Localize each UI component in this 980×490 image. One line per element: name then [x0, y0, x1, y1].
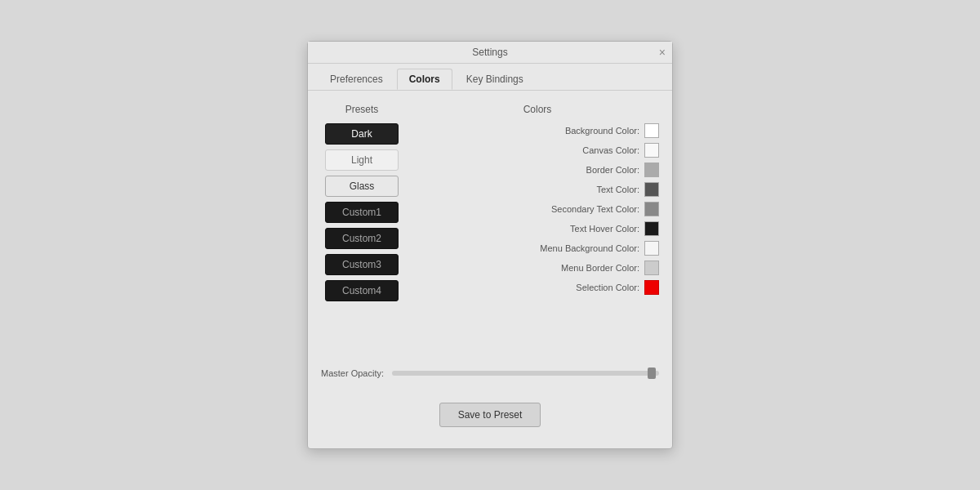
opacity-slider-track[interactable] — [392, 371, 659, 376]
color-swatch-background[interactable] — [644, 123, 659, 138]
color-row-selection: Selection Color: — [416, 280, 659, 295]
color-row-secondary-text: Secondary Text Color: — [416, 202, 659, 216]
color-row-menu-background: Menu Background Color: — [416, 241, 659, 256]
color-swatch-selection[interactable] — [644, 280, 659, 295]
presets-column: Presets Dark Light Glass Custom1 Custom2… — [321, 104, 403, 349]
preset-light[interactable]: Light — [325, 149, 399, 171]
opacity-row: Master Opacity: — [321, 368, 659, 378]
save-button-row: Save to Preset — [321, 403, 659, 435]
color-row-background: Background Color: — [416, 123, 659, 138]
color-swatch-menu-border[interactable] — [644, 261, 659, 275]
colors-column: Colors Background Color: Canvas Color: B… — [416, 104, 659, 349]
color-swatch-text-hover[interactable] — [644, 221, 659, 236]
color-row-text-hover: Text Hover Color: — [416, 221, 659, 236]
color-label-selection: Selection Color: — [576, 283, 639, 292]
preset-custom4[interactable]: Custom4 — [325, 280, 399, 301]
tabs-bar: Preferences Colors Key Bindings — [308, 64, 672, 91]
color-label-canvas: Canvas Color: — [582, 145, 639, 155]
dialog-title: Settings — [472, 47, 507, 58]
preset-dark[interactable]: Dark — [325, 123, 399, 145]
color-row-menu-border: Menu Border Color: — [416, 261, 659, 275]
tab-colors[interactable]: Colors — [397, 69, 452, 90]
opacity-slider-thumb[interactable] — [648, 368, 656, 379]
color-swatch-text[interactable] — [644, 182, 659, 197]
save-to-preset-button[interactable]: Save to Preset — [439, 403, 541, 427]
color-label-background: Background Color: — [565, 126, 639, 136]
color-swatch-menu-background[interactable] — [644, 241, 659, 256]
colors-title: Colors — [416, 104, 659, 115]
preset-custom1[interactable]: Custom1 — [325, 202, 399, 223]
preset-custom2[interactable]: Custom2 — [325, 228, 399, 249]
preset-glass[interactable]: Glass — [325, 176, 399, 197]
color-label-text: Text Color: — [596, 185, 639, 194]
color-label-text-hover: Text Hover Color: — [570, 224, 639, 234]
color-label-border: Border Color: — [586, 165, 639, 175]
color-row-text: Text Color: — [416, 182, 659, 197]
color-swatch-secondary-text[interactable] — [644, 202, 659, 216]
color-row-border: Border Color: — [416, 163, 659, 177]
title-bar: Settings × — [308, 42, 672, 64]
content-area: Presets Dark Light Glass Custom1 Custom2… — [308, 91, 672, 362]
color-label-menu-border: Menu Border Color: — [561, 263, 639, 273]
color-row-canvas: Canvas Color: — [416, 143, 659, 158]
color-label-secondary-text: Secondary Text Color: — [551, 204, 639, 214]
presets-title: Presets — [345, 104, 379, 115]
color-label-menu-background: Menu Background Color: — [540, 243, 639, 253]
color-swatch-border[interactable] — [644, 163, 659, 177]
tab-preferences[interactable]: Preferences — [318, 69, 395, 90]
preset-custom3[interactable]: Custom3 — [325, 254, 399, 275]
bottom-section: Master Opacity: Save to Preset — [308, 362, 672, 448]
settings-dialog: Settings × Preferences Colors Key Bindin… — [307, 41, 673, 449]
color-swatch-canvas[interactable] — [644, 143, 659, 158]
opacity-label: Master Opacity: — [321, 368, 384, 378]
tab-keybindings[interactable]: Key Bindings — [454, 69, 536, 90]
close-button[interactable]: × — [659, 47, 666, 58]
